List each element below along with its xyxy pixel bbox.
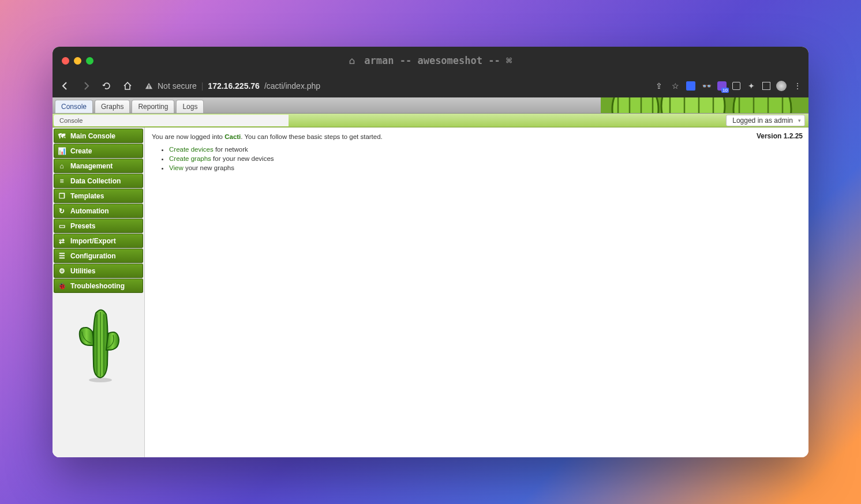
step-link-view[interactable]: View bbox=[169, 164, 184, 171]
extension-icons: ⇪ ☆ 👓 ✦ ⋮ bbox=[654, 81, 803, 91]
step-link-create-graphs[interactable]: Create graphs bbox=[169, 155, 211, 162]
svg-point-3 bbox=[612, 97, 658, 114]
window-title: ⌂ arman -- awesomeshot -- ⌘ bbox=[53, 55, 808, 66]
sidebar-item-label: Data Collection bbox=[70, 177, 121, 185]
sidebar: 🗺Main Console 📊Create ⌂Management ≡Data … bbox=[53, 127, 145, 457]
sliders-icon: ☰ bbox=[58, 252, 66, 260]
ext-blue-icon[interactable] bbox=[686, 81, 695, 91]
sidebar-item-label: Templates bbox=[70, 192, 104, 200]
step-item: View your new graphs bbox=[169, 164, 802, 171]
title-prefix: arman bbox=[364, 55, 394, 66]
svg-point-4 bbox=[661, 97, 725, 114]
header-artwork bbox=[601, 97, 808, 114]
tab-console[interactable]: Console bbox=[55, 100, 93, 113]
chart-icon: 📊 bbox=[58, 147, 66, 155]
version-label: Version 1.2.25 bbox=[757, 132, 803, 140]
app-window: ⌂ arman -- awesomeshot -- ⌘ Not secure | bbox=[53, 47, 808, 457]
avatar-icon[interactable] bbox=[776, 81, 787, 91]
title-app: awesomeshot bbox=[417, 55, 482, 66]
sidebar-item-utilities[interactable]: ⚙Utilities bbox=[54, 264, 143, 278]
titlebar: ⌂ arman -- awesomeshot -- ⌘ bbox=[53, 47, 808, 74]
sidebar-item-automation[interactable]: ↻Automation bbox=[54, 204, 143, 218]
title-suffix: ⌘ bbox=[506, 55, 512, 66]
cogs-icon: ⚙ bbox=[58, 267, 66, 275]
step-rest: your new graphs bbox=[184, 164, 234, 171]
sidebar-item-label: Presets bbox=[70, 222, 95, 230]
puzzle-icon[interactable]: ✦ bbox=[746, 81, 757, 91]
tab-reporting[interactable]: Reporting bbox=[132, 100, 174, 113]
intro-brand: Cacti bbox=[224, 133, 241, 140]
home-icon: ⌂ bbox=[58, 162, 66, 170]
sidebar-item-label: Management bbox=[70, 162, 113, 170]
ext-purple-badge-icon[interactable] bbox=[717, 81, 727, 91]
bug-icon: 🐞 bbox=[58, 282, 66, 290]
breadcrumb-bar: Console Logged in as admin bbox=[53, 114, 808, 127]
main-panel: Version 1.2.25 You are now logged into C… bbox=[145, 127, 808, 457]
sidebar-item-create[interactable]: 📊Create bbox=[54, 144, 143, 158]
sidebar-item-label: Import/Export bbox=[70, 237, 116, 245]
tab-graphs[interactable]: Graphs bbox=[95, 100, 130, 113]
browser-toolbar: Not secure | 172.16.225.76/cacti/index.p… bbox=[53, 74, 808, 97]
url-bar[interactable]: Not secure | 172.16.225.76/cacti/index.p… bbox=[145, 81, 320, 91]
content-area: 🗺Main Console 📊Create ⌂Management ≡Data … bbox=[53, 127, 808, 457]
sidebar-item-import-export[interactable]: ⇄Import/Export bbox=[54, 234, 143, 248]
shield-icon[interactable] bbox=[732, 82, 740, 90]
home-icon: ⌂ bbox=[349, 55, 355, 66]
getting-started-steps: Create devices for network Create graphs… bbox=[169, 146, 802, 171]
sidebar-item-label: Create bbox=[70, 147, 92, 155]
url-divider: | bbox=[201, 81, 204, 91]
archive-icon: ▭ bbox=[58, 222, 66, 230]
step-item: Create graphs for your new devices bbox=[169, 155, 802, 162]
breadcrumb-trail bbox=[92, 115, 289, 126]
title-sep: -- bbox=[400, 55, 411, 66]
app-tabs: Console Graphs Reporting Logs bbox=[53, 97, 808, 114]
forward-button[interactable] bbox=[79, 79, 93, 93]
sidebar-item-templates[interactable]: ❐Templates bbox=[54, 189, 143, 203]
sidebar-item-data-collection[interactable]: ≡Data Collection bbox=[54, 174, 143, 188]
title-sep2: -- bbox=[488, 55, 500, 66]
kebab-menu-icon[interactable]: ⋮ bbox=[792, 81, 803, 91]
url-path: /cacti/index.php bbox=[264, 81, 320, 91]
url-host: 172.16.225.76 bbox=[208, 81, 260, 91]
back-button[interactable] bbox=[58, 79, 72, 93]
step-link-create-devices[interactable]: Create devices bbox=[169, 146, 214, 153]
sidebar-item-main-console[interactable]: 🗺Main Console bbox=[54, 129, 143, 143]
sidebar-item-label: Configuration bbox=[70, 252, 116, 260]
reload-button[interactable] bbox=[100, 79, 114, 93]
step-rest: for your new devices bbox=[211, 155, 274, 162]
sidebar-item-presets[interactable]: ▭Presets bbox=[54, 219, 143, 233]
panel-icon[interactable] bbox=[762, 82, 770, 90]
login-status[interactable]: Logged in as admin bbox=[726, 115, 805, 126]
tab-logs[interactable]: Logs bbox=[176, 100, 204, 113]
svg-point-6 bbox=[89, 378, 112, 382]
sidebar-item-label: Automation bbox=[70, 207, 109, 215]
breadcrumb-console[interactable]: Console bbox=[54, 115, 93, 126]
sidebar-item-troubleshooting[interactable]: 🐞Troubleshooting bbox=[54, 279, 143, 293]
refresh-icon: ↻ bbox=[58, 207, 66, 215]
sidebar-item-label: Utilities bbox=[70, 267, 95, 275]
step-item: Create devices for network bbox=[169, 146, 802, 153]
intro-post: . You can follow these basic steps to ge… bbox=[241, 133, 383, 140]
svg-rect-0 bbox=[148, 85, 149, 87]
map-icon: 🗺 bbox=[58, 132, 66, 140]
warning-icon bbox=[145, 82, 153, 90]
not-secure-label: Not secure bbox=[158, 81, 197, 91]
share-icon[interactable]: ⇪ bbox=[654, 81, 664, 91]
sidebar-item-configuration[interactable]: ☰Configuration bbox=[54, 249, 143, 263]
sidebar-item-label: Main Console bbox=[70, 132, 115, 140]
svg-rect-1 bbox=[148, 88, 149, 88]
database-icon: ≡ bbox=[58, 177, 66, 185]
intro-pre: You are now logged into bbox=[152, 133, 224, 140]
cactus-logo bbox=[54, 294, 143, 456]
glasses-icon[interactable]: 👓 bbox=[701, 81, 712, 91]
sidebar-item-management[interactable]: ⌂Management bbox=[54, 159, 143, 173]
exchange-icon: ⇄ bbox=[58, 237, 66, 245]
sidebar-item-label: Troubleshooting bbox=[70, 282, 125, 290]
home-button[interactable] bbox=[121, 79, 134, 93]
step-rest: for network bbox=[214, 146, 248, 153]
copy-icon: ❐ bbox=[58, 192, 66, 200]
bookmark-star-icon[interactable]: ☆ bbox=[670, 81, 680, 91]
intro-text: You are now logged into Cacti. You can f… bbox=[152, 133, 802, 140]
